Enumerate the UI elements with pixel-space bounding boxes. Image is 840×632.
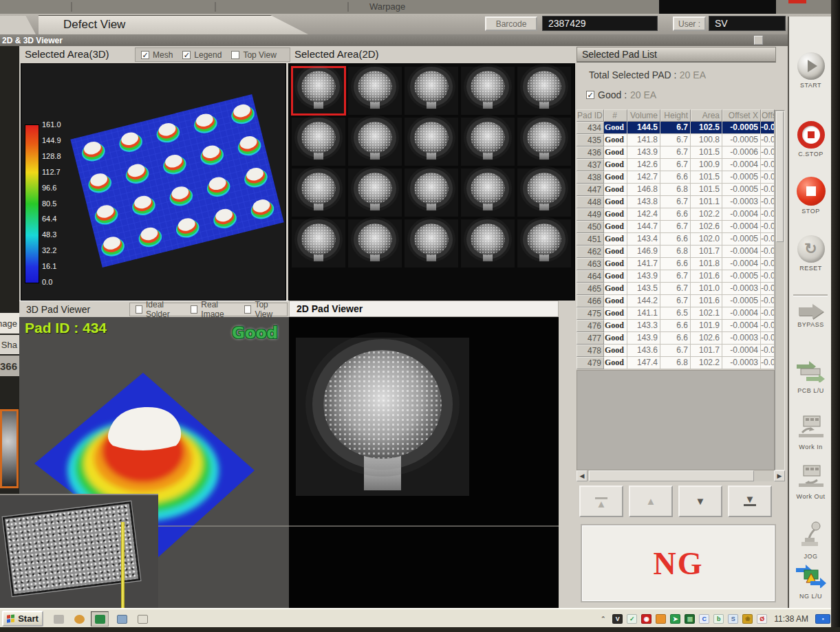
spi-grid-icon[interactable]: ▦	[685, 614, 695, 624]
side-button-jog[interactable]: JOG	[789, 521, 832, 560]
previous-row-button[interactable]: ▲	[629, 486, 673, 517]
pad-thumbnail[interactable]	[405, 168, 458, 217]
table-row[interactable]: 450Good144.76.7102.6-0.0004-0.003	[577, 221, 775, 233]
column-header[interactable]: Area	[691, 109, 722, 122]
pad-thumbnail[interactable]	[348, 67, 402, 115]
scheduler-icon[interactable]: S	[728, 614, 738, 624]
pad-thumbnail[interactable]	[405, 67, 458, 115]
scroll-right-arrow[interactable]: ▶	[774, 470, 785, 481]
pad-thumbnail[interactable]	[461, 219, 515, 268]
table-row[interactable]: 462Good146.96.8101.7-0.0004-0.002	[577, 246, 775, 258]
pad-list-vertical-scrollbar[interactable]	[775, 110, 785, 470]
checkbox-ideal-solder[interactable]: Ideal Solder	[136, 300, 181, 319]
vertical-scroll-thumb[interactable]	[776, 111, 784, 242]
network-icon[interactable]: ❀	[742, 614, 753, 624]
quicklaunch-image-icon[interactable]	[113, 611, 131, 626]
side-button-bypass[interactable]: BYPASS	[789, 304, 832, 328]
antivirus-check-icon[interactable]: ✓	[627, 614, 637, 624]
tab-defect-view[interactable]: Defect View	[39, 15, 308, 34]
user-input[interactable]: SV	[709, 16, 786, 31]
close-button-fragment[interactable]	[788, 0, 806, 3]
quicklaunch-camera-icon[interactable]	[50, 611, 67, 626]
pad-thumbnail[interactable]	[461, 168, 515, 217]
column-header[interactable]: Offset X	[722, 109, 761, 122]
quicklaunch-spi-app-icon[interactable]	[91, 611, 109, 626]
pad-thumbnail[interactable]	[405, 118, 458, 166]
quicklaunch-folder-icon[interactable]	[133, 611, 151, 626]
barcode-input[interactable]: 2387429	[542, 16, 658, 31]
pad-thumbnail[interactable]	[405, 219, 458, 268]
table-row[interactable]: 451Good143.46.6102.0-0.0005-0.003	[577, 233, 775, 246]
pad-thumbnail[interactable]	[461, 118, 515, 166]
table-row[interactable]: 435Good141.86.7100.8-0.0005-0.002	[577, 134, 775, 146]
table-row[interactable]: 465Good143.56.7101.0-0.0003-0.003	[577, 283, 775, 295]
pad-thumbnail[interactable]	[348, 168, 402, 217]
pad-list-horizontal-scrollbar[interactable]: ◀ ▶	[577, 470, 785, 481]
column-header[interactable]: Height	[660, 109, 691, 122]
pad-thumbnail[interactable]	[517, 219, 571, 268]
pad-thumbnail[interactable]	[292, 168, 345, 217]
checkbox-mesh[interactable]: ✓Mesh	[141, 50, 173, 60]
table-row[interactable]: 449Good142.46.6102.2-0.0004-0.003	[577, 208, 775, 221]
checkbox-icon[interactable]: ✓	[182, 51, 191, 59]
network-tray-icon[interactable]: ▪	[815, 614, 830, 624]
pad-thumbnail[interactable]	[348, 219, 402, 268]
checkbox-icon[interactable]	[244, 305, 251, 314]
table-row[interactable]: 476Good143.36.6101.9-0.0004-0.003	[577, 320, 775, 332]
mcafee-shield-icon[interactable]: ◉	[641, 614, 651, 624]
table-row[interactable]: 475Good141.16.5102.1-0.0004-0.003	[577, 307, 775, 320]
column-header[interactable]: Offset Y	[761, 109, 775, 122]
side-button-ng-l-u[interactable]: NG L/U	[789, 562, 832, 600]
table-row[interactable]: 479Good147.46.8102.2-0.0003-0.003	[577, 357, 775, 369]
volume-muted-icon[interactable]: Ø	[757, 614, 767, 624]
side-button-stop[interactable]: STOP	[789, 177, 832, 215]
pad-thumbnail[interactable]	[517, 118, 571, 166]
battery-icon[interactable]: b	[713, 614, 724, 624]
nvidia-arrow-icon[interactable]: ➤	[670, 614, 680, 624]
side-button-work-in[interactable]: Work In	[789, 414, 832, 450]
background-item-shape[interactable]: Sha	[0, 335, 19, 354]
table-row[interactable]: 463Good141.76.6101.8-0.0004-0.002	[577, 258, 775, 270]
column-header[interactable]: Volume	[627, 109, 660, 122]
side-button-pcb-l-u[interactable]: PCB L/U	[789, 359, 832, 394]
table-row[interactable]: 464Good143.96.7101.6-0.0005-0.003	[577, 270, 775, 283]
pad-thumbnail[interactable]	[292, 118, 345, 166]
updater-icon[interactable]	[656, 614, 666, 624]
quicklaunch-app-icon[interactable]	[70, 611, 88, 626]
pad-thumbnail[interactable]	[292, 219, 345, 268]
table-row[interactable]: 478Good143.66.7101.7-0.0004-0.003	[577, 345, 775, 357]
pad-thumbnail[interactable]	[461, 67, 515, 115]
table-row[interactable]: 438Good142.76.6101.5-0.0005-0.003	[577, 171, 775, 184]
tab-warpage[interactable]: Warpage	[369, 1, 405, 12]
column-header[interactable]: #	[604, 109, 627, 122]
table-row[interactable]: 447Good146.86.8101.5-0.0005-0.003	[577, 184, 775, 196]
pad-thumbnail[interactable]	[292, 67, 345, 115]
tab-partial[interactable]	[0, 16, 36, 34]
good-checkbox[interactable]: ✓	[586, 91, 594, 99]
column-header[interactable]: Pad ID	[577, 109, 604, 122]
checkbox-real-image[interactable]: Real Image	[191, 300, 235, 319]
side-button-work-out[interactable]: Work Out	[789, 464, 832, 500]
checkbox-icon[interactable]: ✓	[141, 51, 149, 59]
table-row[interactable]: 466Good144.26.7101.6-0.0005-0.003	[577, 295, 775, 307]
table-row[interactable]: 436Good143.96.7101.5-0.0006-0.003	[577, 146, 775, 159]
background-item-image[interactable]: nage	[0, 313, 19, 334]
checkbox-icon[interactable]	[191, 305, 197, 314]
selected-area-3d-viewport[interactable]: 161.0144.9128.8112.796.680.564.448.332.2…	[21, 63, 286, 301]
pad-thumbnail[interactable]	[348, 118, 402, 166]
pad-thumbnail[interactable]	[517, 168, 571, 217]
good-filter[interactable]: ✓ Good : 20 EA	[586, 89, 656, 100]
checkbox-icon[interactable]	[231, 51, 239, 59]
pad-thumbnail[interactable]	[517, 67, 571, 115]
horizontal-scroll-thumb[interactable]	[589, 470, 754, 481]
table-row[interactable]: 448Good143.86.7101.1-0.0003-0.002	[577, 196, 775, 208]
side-button-reset[interactable]: ↻RESET	[789, 235, 832, 272]
side-button-c-stop[interactable]: C.STOP	[789, 121, 832, 157]
checkbox-legend[interactable]: ✓Legend	[182, 50, 222, 60]
c-app-icon[interactable]: C	[699, 614, 709, 624]
checkbox-top-view[interactable]: Top View	[244, 300, 281, 319]
side-button-start[interactable]: START	[789, 52, 832, 89]
start-button[interactable]: Start	[2, 611, 43, 626]
next-row-button[interactable]: ▼	[678, 486, 722, 517]
table-row[interactable]: 477Good143.96.6102.6-0.0003-0.003	[577, 332, 775, 345]
